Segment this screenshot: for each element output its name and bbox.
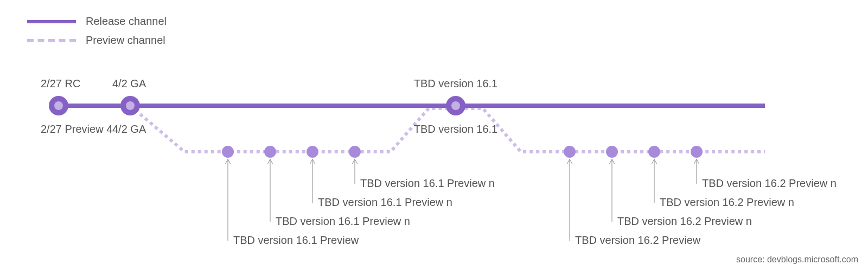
release-label-bottom-0: 2/27 Preview 4 <box>41 123 112 135</box>
preview1-label-0: TBD version 16.1 Preview <box>233 234 359 246</box>
release-marker-inner-1 <box>126 101 135 110</box>
preview1-label-3: TBD version 16.1 Preview n <box>360 177 495 189</box>
diagram-root: Release channel Preview channel 2/27 RC2… <box>0 0 868 271</box>
preview2-marker-2 <box>648 146 660 158</box>
timeline-svg: 2/27 RC2/27 Preview 44/2 GA4/2 GATBD ver… <box>0 0 868 271</box>
preview2-label-3: TBD version 16.2 Preview n <box>702 177 837 189</box>
release-label-top-1: 4/2 GA <box>112 78 146 89</box>
preview2-label-2: TBD version 16.2 Preview n <box>660 196 794 208</box>
preview2-marker-1 <box>606 146 618 158</box>
preview2-label-1: TBD version 16.2 Preview n <box>617 215 752 227</box>
release-label-bottom-2: TBD version 16.1 <box>414 123 498 135</box>
preview1-marker-0 <box>222 146 234 158</box>
release-marker-inner-2 <box>451 101 460 110</box>
preview2-label-0: TBD version 16.2 Preview <box>575 234 701 246</box>
preview2-marker-3 <box>691 146 703 158</box>
preview1-label-2: TBD version 16.1 Preview n <box>318 196 452 208</box>
release-marker-inner-0 <box>54 101 63 110</box>
preview2-marker-0 <box>564 146 576 158</box>
source-citation: source: devblogs.microsoft.com <box>736 255 858 264</box>
release-label-top-2: TBD version 16.1 <box>414 78 498 89</box>
preview-path <box>59 106 765 152</box>
preview1-label-1: TBD version 16.1 Preview n <box>276 215 410 227</box>
preview1-marker-1 <box>264 146 276 158</box>
preview1-marker-2 <box>307 146 318 158</box>
release-label-bottom-1: 4/2 GA <box>112 123 146 135</box>
preview1-marker-3 <box>349 146 361 158</box>
release-label-top-0: 2/27 RC <box>41 78 80 89</box>
